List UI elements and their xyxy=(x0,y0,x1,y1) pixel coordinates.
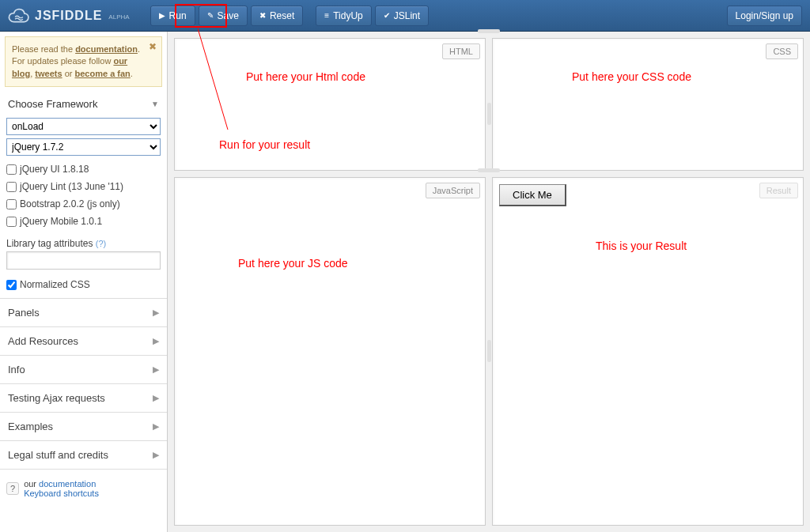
chevron-right-icon: ▶ xyxy=(153,308,159,318)
cloud-icon xyxy=(8,8,30,24)
tweets-link[interactable]: tweets xyxy=(35,69,62,78)
notice-box: ✖ Please read the documentation. For upd… xyxy=(5,36,162,87)
js-panel[interactable]: JavaScript Put here your JS code xyxy=(174,177,486,526)
annotation-css: Put here your CSS code xyxy=(572,70,691,83)
documentation-link[interactable]: documentation xyxy=(75,44,138,54)
chevron-right-icon: ▶ xyxy=(153,421,159,432)
footer-doc-link[interactable]: documentation xyxy=(39,479,96,489)
library-checks: jQuery UI 1.8.18 jQuery Lint (13 June '1… xyxy=(0,157,167,236)
toolbar-secondary: ≡TidyUp ✔JSLint xyxy=(316,6,429,26)
save-button[interactable]: ✎Save xyxy=(199,6,248,26)
js-panel-label: JavaScript xyxy=(426,183,480,198)
accordion-info[interactable]: Info▶ xyxy=(0,355,167,383)
result-panel: Result Click Me This is your Result xyxy=(492,177,804,526)
framework-select[interactable]: jQuery 1.7.2 xyxy=(6,138,161,156)
accordion-ajax[interactable]: Testing Ajax requests▶ xyxy=(0,383,167,412)
toolbar: ▶Run ✎Save ✖Reset xyxy=(150,6,304,26)
load-select[interactable]: onLoad xyxy=(6,118,161,135)
accordion-panels[interactable]: Panels▶ xyxy=(0,298,167,326)
checkbox[interactable] xyxy=(6,217,17,227)
chevron-right-icon: ▶ xyxy=(153,364,159,375)
check-item[interactable]: Bootstrap 2.0.2 (js only) xyxy=(6,195,161,213)
brand-sub: ALPHA xyxy=(108,13,129,21)
result-demo-button[interactable]: Click Me xyxy=(499,184,566,206)
chevron-down-icon: ▼ xyxy=(151,100,159,108)
html-panel[interactable]: HTML Put here your Html code Run for you… xyxy=(174,38,486,171)
check-item[interactable]: jQuery Lint (13 June '11) xyxy=(6,178,161,195)
align-icon: ≡ xyxy=(324,11,329,20)
sidebar: ✖ Please read the documentation. For upd… xyxy=(0,32,168,532)
html-panel-label: HTML xyxy=(442,43,480,59)
drag-handle-vert-top[interactable] xyxy=(487,103,491,125)
annotation-run: Run for your result xyxy=(219,138,310,151)
help-key-icon[interactable]: ? xyxy=(6,482,19,495)
jslint-button[interactable]: ✔JSLint xyxy=(375,6,429,26)
annotation-html: Put here your Html code xyxy=(246,70,365,83)
checkbox[interactable] xyxy=(6,199,17,209)
check-item[interactable]: jQuery Mobile 1.0.1 xyxy=(6,213,161,230)
drag-handle-vert-bottom[interactable] xyxy=(487,340,491,362)
drag-handle-mid[interactable] xyxy=(478,168,500,172)
editor-grid: HTML Put here your Html code Run for you… xyxy=(168,32,810,532)
app-header: JSFIDDLE ALPHA ▶Run ✎Save ✖Reset ≡TidyUp… xyxy=(0,0,810,32)
lib-attr-label: Library tag attributes (?) xyxy=(6,238,106,249)
checkbox[interactable] xyxy=(6,182,17,192)
x-icon: ✖ xyxy=(259,11,266,20)
help-icon[interactable]: (?) xyxy=(96,239,106,248)
lib-attr-input[interactable] xyxy=(6,251,161,270)
pencil-icon: ✎ xyxy=(207,11,214,20)
check-icon: ✔ xyxy=(384,11,390,20)
close-icon[interactable]: ✖ xyxy=(149,40,157,54)
css-panel-label: CSS xyxy=(766,43,798,59)
normalized-css-row[interactable]: Normalized CSS xyxy=(0,276,167,298)
css-panel[interactable]: CSS Put here your CSS code xyxy=(492,38,804,171)
lib-attr-section: Library tag attributes (?) xyxy=(0,236,167,276)
chevron-right-icon: ▶ xyxy=(153,336,159,346)
chevron-right-icon: ▶ xyxy=(153,450,159,460)
run-button[interactable]: ▶Run xyxy=(150,6,195,26)
tidyup-button[interactable]: ≡TidyUp xyxy=(316,6,371,26)
accordion-resources[interactable]: Add Resources▶ xyxy=(0,326,167,355)
framework-title[interactable]: Choose Framework ▼ xyxy=(0,92,167,116)
chevron-right-icon: ▶ xyxy=(153,393,159,403)
normalized-css-checkbox[interactable] xyxy=(6,280,17,290)
annotation-js: Put here your JS code xyxy=(238,257,348,270)
result-panel-label: Result xyxy=(759,183,798,198)
play-icon: ▶ xyxy=(159,11,165,20)
annotation-result: This is your Result xyxy=(596,240,687,252)
brand-text: JSFIDDLE xyxy=(35,9,102,23)
checkbox[interactable] xyxy=(6,164,17,175)
drag-handle-top[interactable] xyxy=(478,29,500,33)
keyboard-shortcuts-link[interactable]: Keyboard shortcuts xyxy=(24,489,99,498)
brand-logo: JSFIDDLE ALPHA xyxy=(8,8,130,24)
accordion-examples[interactable]: Examples▶ xyxy=(0,412,167,440)
fan-link[interactable]: become a fan xyxy=(75,69,131,78)
reset-button[interactable]: ✖Reset xyxy=(251,6,303,26)
sidebar-footer: ? our documentation Keyboard shortcuts xyxy=(0,469,167,507)
accordion-legal[interactable]: Legal stuff and credits▶ xyxy=(0,440,167,469)
login-button[interactable]: Login/Sign up xyxy=(727,6,802,26)
check-item[interactable]: jQuery UI 1.8.18 xyxy=(6,160,161,178)
